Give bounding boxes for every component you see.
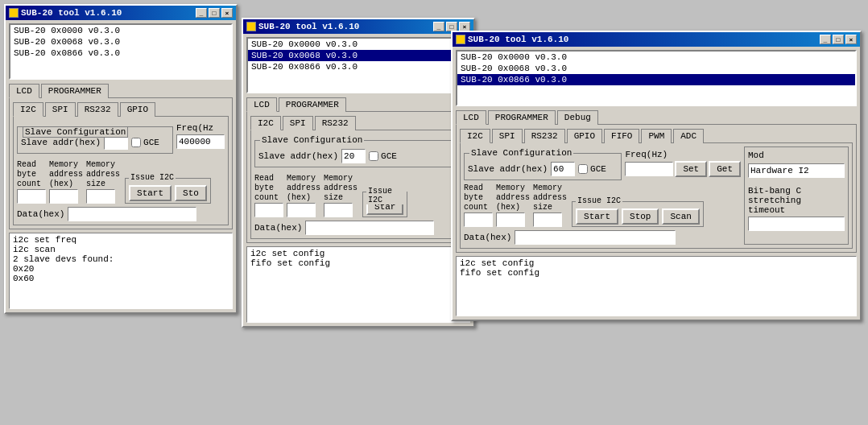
device-item-2-0[interactable]: SUB-20 0x0000 v0.3.0 (248, 39, 469, 50)
tab-pwm-3[interactable]: PWM (641, 129, 672, 143)
gce-check-1[interactable]: GCE (131, 138, 159, 147)
tab-i2c-1[interactable]: I2C (13, 102, 43, 117)
sub-tabs-1: I2C SPI RS232 GPIO (13, 101, 229, 116)
win-content-1: SUB-20 0x0000 v0.3.0 SUB-20 0x0068 v0.3.… (6, 20, 236, 312)
timeout-input-3[interactable] (748, 217, 845, 231)
freq-input-1[interactable] (176, 134, 225, 149)
gce-checkbox-3[interactable] (578, 164, 588, 174)
start-btn-3[interactable]: Start (576, 208, 618, 225)
gce-check-2[interactable]: GCE (369, 151, 397, 161)
gce-check-3[interactable]: GCE (578, 164, 606, 174)
data-hex-input-1[interactable] (68, 207, 196, 221)
data-hex-label-1: Data(hex) (17, 209, 64, 219)
read-byte-col-2: Read byte count (254, 174, 283, 217)
get-btn-3[interactable]: Get (709, 161, 741, 177)
stop-btn-1[interactable]: Sto (175, 185, 207, 201)
title-bar-3: SUB-20 tool v1.6.10 _ □ × (453, 32, 860, 47)
window-title-3: SUB-20 tool v1.6.10 (468, 35, 568, 44)
tab-programmer-1[interactable]: PROGRAMMER (41, 84, 109, 98)
mem-size-input-3[interactable] (533, 212, 562, 227)
log-area-2: i2c set config fifo set config (246, 246, 470, 323)
maximize-btn-3[interactable]: □ (833, 35, 844, 44)
tab-rs232-3[interactable]: RS232 (524, 129, 565, 143)
tab-rs232-1[interactable]: RS232 (77, 102, 118, 117)
data-hex-input-2[interactable] (305, 221, 434, 235)
freq-label-1: Freq(Hz (176, 123, 225, 133)
title-bar-left-3: SUB-20 tool v1.6.10 (456, 35, 568, 44)
tab-spi-3[interactable]: SPI (492, 129, 523, 143)
mem-size-input-1[interactable] (86, 189, 115, 204)
read-byte-input-3[interactable] (464, 212, 493, 227)
read-byte-col-1: Read byte count (17, 160, 46, 204)
scan-btn-3[interactable]: Scan (662, 208, 699, 225)
tab-programmer-3[interactable]: PROGRAMMER (488, 110, 556, 125)
gce-checkbox-2[interactable] (369, 151, 378, 161)
gce-label-3: GCE (590, 164, 606, 174)
device-list-3[interactable]: SUB-20 0x0000 v0.3.0 SUB-20 0x0068 v0.3.… (456, 50, 857, 106)
read-byte-input-2[interactable] (254, 203, 283, 217)
device-item-3-0[interactable]: SUB-20 0x0000 v0.3.0 (457, 52, 855, 63)
tab-spi-1[interactable]: SPI (45, 102, 76, 117)
tab-fifo-3[interactable]: FIFO (604, 129, 639, 143)
app-icon-2 (246, 22, 256, 31)
tab-debug-3[interactable]: Debug (557, 110, 598, 125)
slave-config-label-3: Slave Configuration (469, 148, 573, 158)
device-item-2-2[interactable]: SUB-20 0x0866 v0.3.0 (248, 61, 469, 72)
device-item-1-2[interactable]: SUB-20 0x0866 v0.3.0 (10, 47, 231, 59)
app-icon-3 (456, 35, 465, 44)
maximize-btn-1[interactable]: □ (209, 8, 220, 18)
freq-label-3: Freq(Hz) (625, 150, 741, 159)
freq-input-3[interactable] (625, 162, 673, 176)
data-hex-input-3[interactable] (515, 230, 676, 245)
mod-label-3: Mod (748, 151, 845, 160)
stop-btn-3[interactable]: Stop (622, 208, 659, 225)
close-btn-1[interactable]: × (221, 8, 233, 18)
tab-lcd-2[interactable]: LCD (246, 97, 277, 112)
gce-checkbox-1[interactable] (131, 138, 141, 147)
title-bar-left-1: SUB-20 tool v1.6.10 (9, 8, 122, 18)
ma-label2-1: address (49, 170, 83, 179)
main-tabs-2: LCD PROGRAMMER (246, 97, 470, 111)
mem-addr-col-2: Memory address (hex) (287, 174, 320, 217)
device-item-1-1[interactable]: SUB-20 0x0068 v0.3.0 (10, 36, 231, 47)
log-area-3: i2c set config fifo set config (456, 256, 857, 316)
log-area-1: i2c set freq i2c scan 2 slave devs found… (9, 233, 233, 309)
tab-i2c-3[interactable]: I2C (460, 129, 490, 143)
tab-lcd-1[interactable]: LCD (9, 84, 39, 98)
title-bar-1: SUB-20 tool v1.6.10 _ □ × (6, 6, 236, 20)
device-list-1[interactable]: SUB-20 0x0000 v0.3.0 SUB-20 0x0068 v0.3.… (9, 23, 233, 80)
window-2: SUB-20 tool v1.6.10 _ □ × SUB-20 0x0000 … (242, 18, 475, 328)
tab-spi-2[interactable]: SPI (283, 116, 313, 130)
mem-addr-input-3[interactable] (496, 212, 525, 227)
minimize-btn-3[interactable]: _ (820, 35, 831, 44)
mem-size-input-2[interactable] (324, 203, 353, 217)
gce-label-1: GCE (143, 138, 159, 147)
rb-label1-1: Read (17, 160, 46, 169)
mod-input-3[interactable] (748, 163, 845, 178)
tab-i2c-2[interactable]: I2C (250, 116, 281, 130)
tab-gpio-3[interactable]: GPIO (567, 129, 602, 143)
tab-adc-3[interactable]: ADC (673, 129, 704, 143)
set-btn-3[interactable]: Set (675, 161, 707, 177)
device-item-3-2[interactable]: SUB-20 0x0866 v0.3.0 (457, 74, 855, 85)
tab-rs232-2[interactable]: RS232 (315, 116, 356, 130)
minimize-btn-1[interactable]: _ (196, 8, 207, 18)
addr-input-3[interactable] (551, 162, 575, 176)
close-btn-3[interactable]: × (845, 35, 857, 44)
addr-input-2[interactable] (341, 149, 366, 163)
start-btn-1[interactable]: Start (129, 185, 172, 201)
device-item-3-1[interactable]: SUB-20 0x0068 v0.3.0 (457, 63, 855, 74)
tab-lcd-3[interactable]: LCD (456, 110, 486, 125)
tab-programmer-2[interactable]: PROGRAMMER (279, 97, 346, 112)
device-item-1-0[interactable]: SUB-20 0x0000 v0.3.0 (10, 25, 231, 36)
minimize-btn-2[interactable]: _ (433, 22, 444, 31)
win-controls-1: _ □ × (196, 8, 233, 18)
read-byte-input-1[interactable] (17, 189, 46, 204)
ms-label1-1: Memory (86, 160, 120, 169)
window-3: SUB-20 tool v1.6.10 _ □ × SUB-20 0x0000 … (451, 31, 862, 321)
mem-addr-input-1[interactable] (49, 189, 78, 204)
device-list-2[interactable]: SUB-20 0x0000 v0.3.0 SUB-20 0x0068 v0.3.… (246, 37, 470, 93)
device-item-2-1[interactable]: SUB-20 0x0068 v0.3.0 (248, 50, 469, 61)
mem-addr-input-2[interactable] (287, 203, 316, 217)
tab-gpio-1[interactable]: GPIO (120, 102, 155, 117)
